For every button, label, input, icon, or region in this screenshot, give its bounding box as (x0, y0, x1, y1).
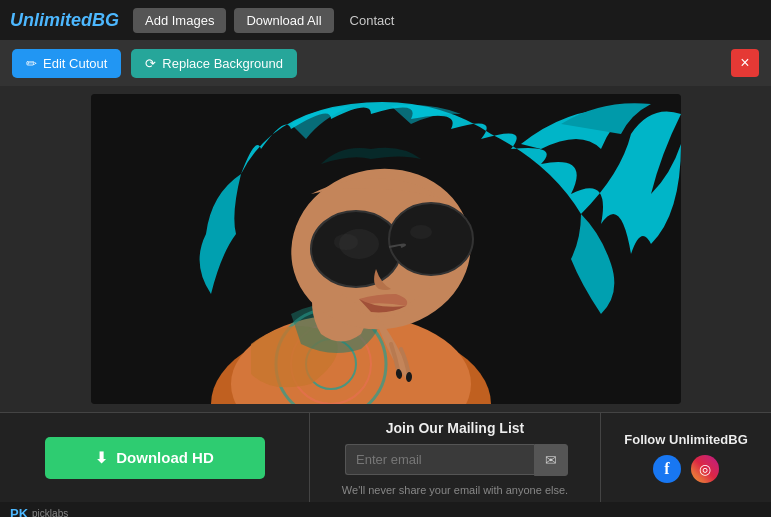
svg-point-10 (410, 225, 432, 239)
email-submit-button[interactable]: ✉ (534, 444, 568, 476)
email-input[interactable] (345, 444, 534, 475)
download-all-button[interactable]: Download All (234, 8, 333, 33)
mailing-title: Join Our Mailing List (386, 420, 524, 436)
svg-point-8 (389, 203, 473, 275)
footer-brand: PK picklabs (0, 502, 771, 517)
replace-icon: ⟳ (145, 56, 156, 71)
image-container (91, 94, 681, 404)
logo: UnlimitedBG (10, 10, 119, 31)
bottom-right: Follow UnlimitedBG f ◎ (601, 413, 771, 502)
replace-background-button[interactable]: ⟳ Replace Background (131, 49, 297, 78)
download-icon: ⬇ (95, 449, 108, 467)
social-icons: f ◎ (653, 455, 719, 483)
bottom-bar: ⬇ Download HD Join Our Mailing List ✉ We… (0, 412, 771, 502)
close-button[interactable]: × (731, 49, 759, 77)
edit-cutout-button[interactable]: ✏ Edit Cutout (12, 49, 121, 78)
add-images-button[interactable]: Add Images (133, 8, 226, 33)
edit-cutout-label: Edit Cutout (43, 56, 107, 71)
navbar: UnlimitedBG Add Images Download All Cont… (0, 0, 771, 40)
replace-bg-label: Replace Background (162, 56, 283, 71)
email-note: We'll never share your email with anyone… (342, 484, 568, 496)
contact-link[interactable]: Contact (342, 8, 403, 33)
svg-point-11 (339, 229, 379, 259)
logo-accent: BG (92, 10, 119, 30)
footer-sub: picklabs (32, 508, 68, 518)
edit-icon: ✏ (26, 56, 37, 71)
footer-pk: PK (10, 506, 28, 518)
logo-main: Unlimited (10, 10, 92, 30)
download-hd-label: Download HD (116, 449, 214, 466)
email-row: ✉ (345, 444, 565, 476)
main-area (0, 86, 771, 412)
follow-title: Follow UnlimitedBG (624, 432, 748, 447)
facebook-icon[interactable]: f (653, 455, 681, 483)
bottom-left: ⬇ Download HD (0, 413, 310, 502)
bottom-center: Join Our Mailing List ✉ We'll never shar… (310, 413, 601, 502)
instagram-icon[interactable]: ◎ (691, 455, 719, 483)
toolbar: ✏ Edit Cutout ⟳ Replace Background × (0, 40, 771, 86)
portrait-svg (91, 94, 681, 404)
download-hd-button[interactable]: ⬇ Download HD (45, 437, 265, 479)
